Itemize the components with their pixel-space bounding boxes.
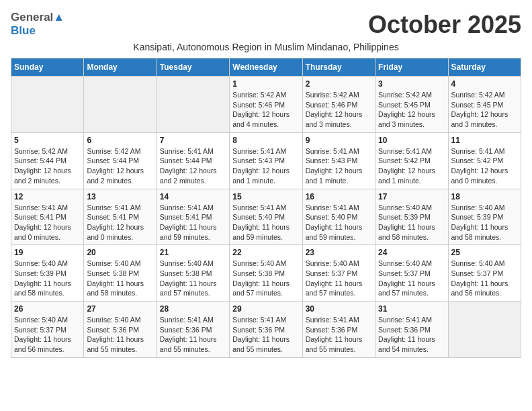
week-row-4: 19Sunrise: 5:40 AM Sunset: 5:39 PM Dayli…: [11, 245, 521, 302]
day-number: 18: [451, 192, 518, 201]
day-cell: 8Sunrise: 5:41 AM Sunset: 5:43 PM Daylig…: [230, 132, 302, 189]
day-number: 13: [87, 192, 153, 201]
day-cell: 11Sunrise: 5:41 AM Sunset: 5:42 PM Dayli…: [448, 132, 521, 189]
day-number: 1: [232, 79, 299, 89]
day-info: Sunrise: 5:41 AM Sunset: 5:36 PM Dayligh…: [378, 315, 445, 355]
day-cell: 12Sunrise: 5:41 AM Sunset: 5:41 PM Dayli…: [11, 189, 84, 245]
day-cell: 31Sunrise: 5:41 AM Sunset: 5:36 PM Dayli…: [375, 302, 448, 358]
day-info: Sunrise: 5:40 AM Sunset: 5:37 PM Dayligh…: [451, 259, 518, 298]
day-number: 31: [378, 304, 445, 314]
weekday-header-monday: Monday: [84, 58, 157, 77]
logo-blue: ▲: [53, 11, 64, 24]
day-cell: 19Sunrise: 5:40 AM Sunset: 5:39 PM Dayli…: [11, 245, 84, 302]
day-number: 2: [306, 79, 372, 89]
header: General▲ Blue October 2025: [11, 11, 521, 39]
day-cell: 22Sunrise: 5:40 AM Sunset: 5:38 PM Dayli…: [230, 245, 302, 302]
day-number: 27: [87, 304, 153, 314]
day-info: Sunrise: 5:41 AM Sunset: 5:40 PM Dayligh…: [232, 203, 299, 242]
day-number: 30: [306, 304, 372, 314]
weekday-header-tuesday: Tuesday: [157, 58, 229, 77]
day-info: Sunrise: 5:40 AM Sunset: 5:39 PM Dayligh…: [14, 259, 81, 298]
day-number: 24: [378, 248, 445, 257]
day-cell: 5Sunrise: 5:42 AM Sunset: 5:44 PM Daylig…: [11, 132, 84, 189]
page-container: General▲ Blue October 2025 Kansipati, Au…: [11, 11, 521, 358]
day-number: 20: [87, 248, 153, 257]
day-info: Sunrise: 5:42 AM Sunset: 5:44 PM Dayligh…: [87, 146, 153, 186]
day-number: 11: [451, 136, 518, 145]
day-info: Sunrise: 5:42 AM Sunset: 5:46 PM Dayligh…: [306, 90, 372, 130]
day-info: Sunrise: 5:41 AM Sunset: 5:41 PM Dayligh…: [160, 203, 226, 242]
day-number: 3: [378, 79, 445, 89]
day-cell: 16Sunrise: 5:41 AM Sunset: 5:40 PM Dayli…: [302, 189, 375, 245]
subtitle: Kansipati, Autonomous Region in Muslim M…: [11, 42, 521, 52]
week-row-5: 26Sunrise: 5:40 AM Sunset: 5:37 PM Dayli…: [11, 302, 521, 358]
weekday-header-thursday: Thursday: [302, 58, 375, 77]
day-cell: 23Sunrise: 5:40 AM Sunset: 5:37 PM Dayli…: [302, 245, 375, 302]
day-number: 9: [306, 136, 372, 145]
day-info: Sunrise: 5:42 AM Sunset: 5:45 PM Dayligh…: [451, 90, 518, 130]
day-info: Sunrise: 5:40 AM Sunset: 5:37 PM Dayligh…: [306, 259, 372, 298]
day-info: Sunrise: 5:41 AM Sunset: 5:41 PM Dayligh…: [14, 203, 81, 242]
logo-line2: Blue: [11, 24, 36, 38]
logo-text: General▲: [11, 11, 64, 24]
day-number: 19: [14, 248, 81, 257]
day-cell: 14Sunrise: 5:41 AM Sunset: 5:41 PM Dayli…: [157, 189, 229, 245]
day-number: 16: [306, 192, 372, 201]
day-cell: 18Sunrise: 5:40 AM Sunset: 5:39 PM Dayli…: [448, 189, 521, 245]
day-cell: 24Sunrise: 5:40 AM Sunset: 5:37 PM Dayli…: [375, 245, 448, 302]
day-cell: 2Sunrise: 5:42 AM Sunset: 5:46 PM Daylig…: [302, 77, 375, 133]
day-info: Sunrise: 5:41 AM Sunset: 5:36 PM Dayligh…: [306, 315, 372, 355]
day-info: Sunrise: 5:40 AM Sunset: 5:38 PM Dayligh…: [160, 259, 226, 298]
day-cell: 13Sunrise: 5:41 AM Sunset: 5:41 PM Dayli…: [84, 189, 157, 245]
day-info: Sunrise: 5:41 AM Sunset: 5:43 PM Dayligh…: [232, 146, 299, 186]
weekday-header-saturday: Saturday: [448, 58, 521, 77]
logo-blue-text: Blue: [11, 24, 36, 37]
day-number: 7: [160, 136, 226, 145]
day-cell: [11, 77, 84, 133]
day-info: Sunrise: 5:40 AM Sunset: 5:39 PM Dayligh…: [378, 203, 445, 242]
day-info: Sunrise: 5:41 AM Sunset: 5:42 PM Dayligh…: [451, 146, 518, 186]
day-number: 14: [160, 192, 226, 201]
weekday-header-sunday: Sunday: [11, 58, 84, 77]
logo-general: General: [11, 11, 53, 24]
day-number: 22: [232, 248, 299, 257]
day-number: 21: [160, 248, 226, 257]
day-cell: [84, 77, 157, 133]
logo: General▲ Blue: [11, 11, 64, 38]
day-number: 10: [378, 136, 445, 145]
day-number: 26: [14, 304, 81, 314]
day-cell: 6Sunrise: 5:42 AM Sunset: 5:44 PM Daylig…: [84, 132, 157, 189]
calendar-table: SundayMondayTuesdayWednesdayThursdayFrid…: [11, 58, 521, 358]
day-cell: 26Sunrise: 5:40 AM Sunset: 5:37 PM Dayli…: [11, 302, 84, 358]
day-cell: 3Sunrise: 5:42 AM Sunset: 5:45 PM Daylig…: [375, 77, 448, 133]
day-info: Sunrise: 5:41 AM Sunset: 5:42 PM Dayligh…: [378, 146, 445, 186]
day-cell: 28Sunrise: 5:41 AM Sunset: 5:36 PM Dayli…: [157, 302, 229, 358]
day-cell: 30Sunrise: 5:41 AM Sunset: 5:36 PM Dayli…: [302, 302, 375, 358]
day-cell: 17Sunrise: 5:40 AM Sunset: 5:39 PM Dayli…: [375, 189, 448, 245]
day-cell: 15Sunrise: 5:41 AM Sunset: 5:40 PM Dayli…: [230, 189, 302, 245]
day-info: Sunrise: 5:41 AM Sunset: 5:44 PM Dayligh…: [160, 146, 226, 186]
weekday-header-friday: Friday: [375, 58, 448, 77]
day-info: Sunrise: 5:40 AM Sunset: 5:37 PM Dayligh…: [14, 315, 81, 355]
day-number: 17: [378, 192, 445, 201]
day-number: 25: [451, 248, 518, 257]
day-cell: [157, 77, 229, 133]
day-cell: 29Sunrise: 5:41 AM Sunset: 5:36 PM Dayli…: [230, 302, 302, 358]
day-info: Sunrise: 5:40 AM Sunset: 5:37 PM Dayligh…: [378, 259, 445, 298]
day-info: Sunrise: 5:41 AM Sunset: 5:43 PM Dayligh…: [306, 146, 372, 186]
day-number: 8: [232, 136, 299, 145]
day-number: 5: [14, 136, 81, 145]
day-info: Sunrise: 5:40 AM Sunset: 5:38 PM Dayligh…: [232, 259, 299, 298]
day-cell: 27Sunrise: 5:40 AM Sunset: 5:36 PM Dayli…: [84, 302, 157, 358]
day-number: 12: [14, 192, 81, 201]
weekday-header-row: SundayMondayTuesdayWednesdayThursdayFrid…: [11, 58, 521, 77]
day-cell: 1Sunrise: 5:42 AM Sunset: 5:46 PM Daylig…: [230, 77, 302, 133]
day-info: Sunrise: 5:40 AM Sunset: 5:39 PM Dayligh…: [451, 203, 518, 242]
day-info: Sunrise: 5:41 AM Sunset: 5:40 PM Dayligh…: [306, 203, 372, 242]
day-cell: 21Sunrise: 5:40 AM Sunset: 5:38 PM Dayli…: [157, 245, 229, 302]
day-info: Sunrise: 5:41 AM Sunset: 5:36 PM Dayligh…: [232, 315, 299, 355]
day-info: Sunrise: 5:41 AM Sunset: 5:41 PM Dayligh…: [87, 203, 153, 242]
day-number: 23: [306, 248, 372, 257]
day-number: 6: [87, 136, 153, 145]
day-cell: [448, 302, 521, 358]
